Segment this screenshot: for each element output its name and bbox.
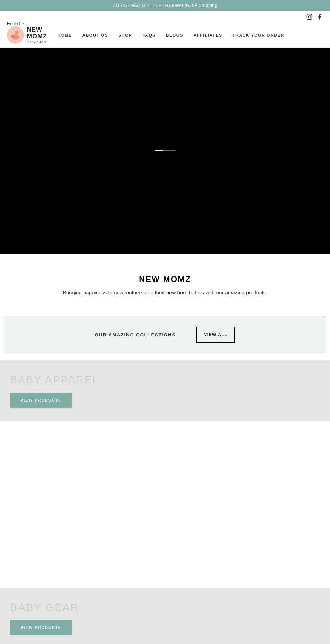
tagline-title: NEW MOMZ: [14, 274, 316, 284]
category-card-baby-apparel: BABY APPAREL VIEW PRODUCTS: [0, 360, 330, 421]
nav-item-affiliates[interactable]: AFFILIATES: [194, 32, 222, 38]
hero-section: [0, 48, 330, 254]
video-progress-indicator: [155, 150, 163, 151]
svg-point-2: [310, 15, 311, 16]
nav-list: HOME ABOUT US SHOP FAQS BLOGS AFFILIATES…: [57, 32, 284, 38]
nav-item-shop[interactable]: SHOP: [118, 32, 132, 38]
nav-link-faqs[interactable]: FAQS: [142, 33, 156, 38]
social-icons: [306, 13, 323, 20]
main-nav: HOME ABOUT US SHOP FAQS BLOGS AFFILIATES…: [57, 32, 284, 38]
nav-item-home[interactable]: HOME: [57, 32, 72, 38]
top-banner: CHRISTMAS OFFER - FREEWorldwide Shipping: [0, 0, 330, 11]
banner-text: CHRISTMAS OFFER -: [112, 3, 162, 8]
nav-item-about[interactable]: ABOUT US: [82, 32, 108, 38]
spacer-1: [0, 560, 330, 588]
instagram-icon[interactable]: [306, 13, 313, 20]
logo-link[interactable]: NEWMOMZ Baby Store: [7, 23, 47, 47]
brand-name: NEWMOMZ: [27, 26, 47, 40]
tagline-description: Bringing happiness to new mothers and th…: [62, 290, 268, 295]
nav-link-shop[interactable]: SHOP: [118, 33, 132, 38]
nav-link-affiliates[interactable]: AFFILIATES: [194, 33, 222, 38]
svg-rect-0: [307, 14, 312, 20]
category-title-baby-apparel: BABY APPAREL: [10, 374, 320, 386]
view-all-button[interactable]: VIEW ALL: [196, 327, 235, 343]
facebook-icon[interactable]: [316, 13, 323, 20]
svg-point-7: [11, 35, 14, 38]
banner-highlight: FREE: [162, 3, 175, 8]
category-card-baby-gear: BABY GEAR VIEW PRODUCTS: [0, 588, 330, 644]
brand-subtitle: Baby Store: [27, 40, 47, 44]
logo-text: NEWMOMZ Baby Store: [27, 26, 47, 44]
collections-label: OUR AMAZING COLLECTIONS: [95, 332, 176, 337]
video-progress-bar: [155, 150, 175, 151]
collections-banner: OUR AMAZING COLLECTIONS VIEW ALL: [5, 316, 325, 354]
nav-link-home[interactable]: HOME: [57, 33, 72, 38]
tagline-section: NEW MOMZ Bringing happiness to new mothe…: [0, 254, 330, 309]
view-products-button-apparel[interactable]: VIEW PRODUCTS: [10, 393, 72, 408]
category-title-baby-gear: BABY GEAR: [10, 601, 320, 613]
svg-point-4: [15, 31, 19, 34]
svg-point-1: [308, 16, 310, 18]
nav-link-blogs[interactable]: BLOGS: [166, 33, 183, 38]
view-products-button-gear[interactable]: VIEW PRODUCTS: [10, 620, 72, 635]
nav-link-about[interactable]: ABOUT US: [82, 33, 108, 38]
utility-bar: English ▾: [0, 11, 330, 23]
nav-item-blogs[interactable]: BLOGS: [166, 32, 183, 38]
banner-text2: Worldwide Shipping: [175, 3, 218, 8]
image-section-1: [0, 423, 330, 560]
main-header: NEWMOMZ Baby Store HOME ABOUT US SHOP FA…: [0, 23, 330, 48]
nav-item-track[interactable]: TRACK YOUR ORDER: [232, 32, 284, 38]
logo-icon: [7, 26, 24, 44]
nav-item-faqs[interactable]: FAQS: [142, 32, 156, 38]
nav-link-track[interactable]: TRACK YOUR ORDER: [232, 33, 284, 38]
